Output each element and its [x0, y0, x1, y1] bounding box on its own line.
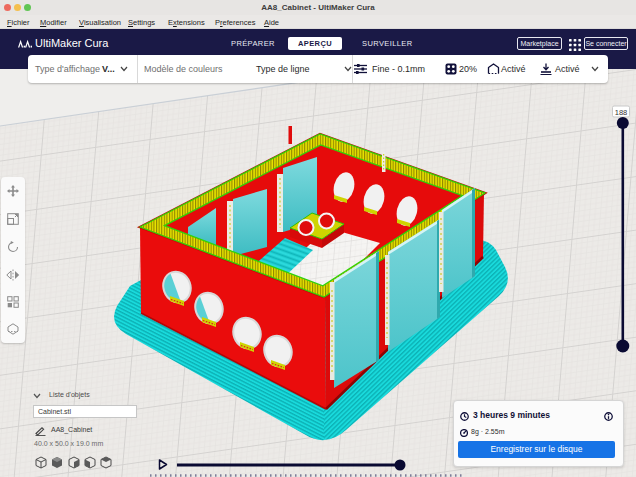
svg-text:188: 188	[615, 108, 628, 117]
